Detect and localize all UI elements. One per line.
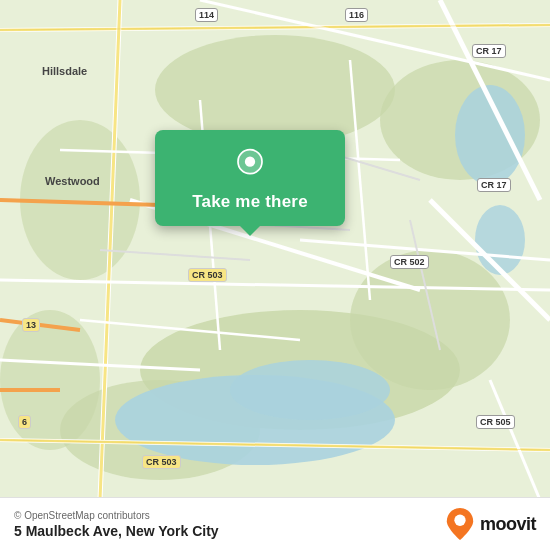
map-container: 114 116 CR 17 CR 17 CR 503 CR 502 13 6 C… xyxy=(0,0,550,550)
popup-card: Take me there xyxy=(155,130,345,226)
attribution-text: © OpenStreetMap contributors xyxy=(14,510,219,521)
road-badge-cr505: CR 505 xyxy=(476,415,515,429)
moovit-brand-text: moovit xyxy=(480,514,536,535)
moovit-logo: moovit xyxy=(446,508,536,540)
town-label-hillsdale: Hillsdale xyxy=(42,65,87,77)
bottom-left-info: © OpenStreetMap contributors 5 Maulbeck … xyxy=(14,510,219,539)
svg-point-6 xyxy=(0,310,100,450)
svg-point-10 xyxy=(475,205,525,275)
bottom-bar: © OpenStreetMap contributors 5 Maulbeck … xyxy=(0,497,550,550)
take-me-there-button[interactable]: Take me there xyxy=(192,192,308,212)
svg-point-0 xyxy=(155,35,395,145)
svg-point-8 xyxy=(230,360,390,420)
svg-line-24 xyxy=(490,380,540,500)
svg-point-40 xyxy=(245,157,255,167)
road-badge-cr502: CR 502 xyxy=(390,255,429,269)
road-badge-cr17-top: CR 17 xyxy=(472,44,506,58)
address-text: 5 Maulbeck Ave, New York City xyxy=(14,523,219,539)
road-badge-114: 114 xyxy=(195,8,218,22)
road-badge-13: 13 xyxy=(22,318,40,332)
road-badge-6: 6 xyxy=(18,415,31,429)
town-label-westwood: Westwood xyxy=(45,175,100,187)
svg-point-4 xyxy=(350,250,510,390)
road-badge-cr17-mid: CR 17 xyxy=(477,178,511,192)
road-badge-cr503: CR 503 xyxy=(188,268,227,282)
location-pin-icon xyxy=(232,148,268,184)
road-badge-116: 116 xyxy=(345,8,368,22)
moovit-pin-icon xyxy=(446,508,474,540)
svg-point-41 xyxy=(454,515,465,526)
road-badge-cr503-bot: CR 503 xyxy=(142,455,181,469)
